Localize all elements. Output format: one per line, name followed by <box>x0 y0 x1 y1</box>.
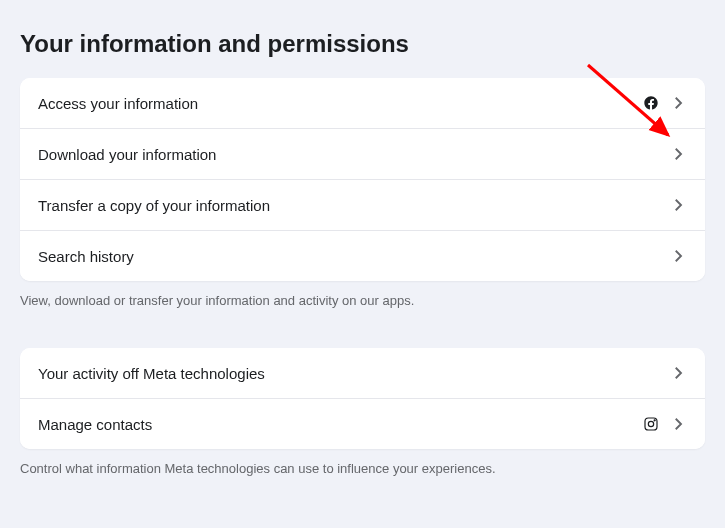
row-label: Search history <box>38 248 134 265</box>
row-manage-contacts[interactable]: Manage contacts <box>20 399 705 449</box>
settings-group-activity: Your activity off Meta technologies Mana… <box>20 348 705 449</box>
page-title: Your information and permissions <box>20 30 705 58</box>
row-access-information[interactable]: Access your information <box>20 78 705 129</box>
row-label: Transfer a copy of your information <box>38 197 270 214</box>
chevron-right-icon <box>669 415 687 433</box>
chevron-right-icon <box>669 94 687 112</box>
chevron-right-icon <box>669 196 687 214</box>
chevron-right-icon <box>669 247 687 265</box>
svg-point-2 <box>654 420 655 421</box>
row-label: Download your information <box>38 146 216 163</box>
row-download-information[interactable]: Download your information <box>20 129 705 180</box>
chevron-right-icon <box>669 145 687 163</box>
row-label: Manage contacts <box>38 416 152 433</box>
row-label: Access your information <box>38 95 198 112</box>
instagram-icon <box>643 416 659 432</box>
facebook-icon <box>643 95 659 111</box>
row-label: Your activity off Meta technologies <box>38 365 265 382</box>
row-activity-off-meta[interactable]: Your activity off Meta technologies <box>20 348 705 399</box>
row-search-history[interactable]: Search history <box>20 231 705 281</box>
group-caption: Control what information Meta technologi… <box>20 461 705 476</box>
svg-point-1 <box>648 421 653 426</box>
chevron-right-icon <box>669 364 687 382</box>
row-transfer-copy[interactable]: Transfer a copy of your information <box>20 180 705 231</box>
settings-group-information: Access your information Download your in… <box>20 78 705 281</box>
group-caption: View, download or transfer your informat… <box>20 293 705 308</box>
